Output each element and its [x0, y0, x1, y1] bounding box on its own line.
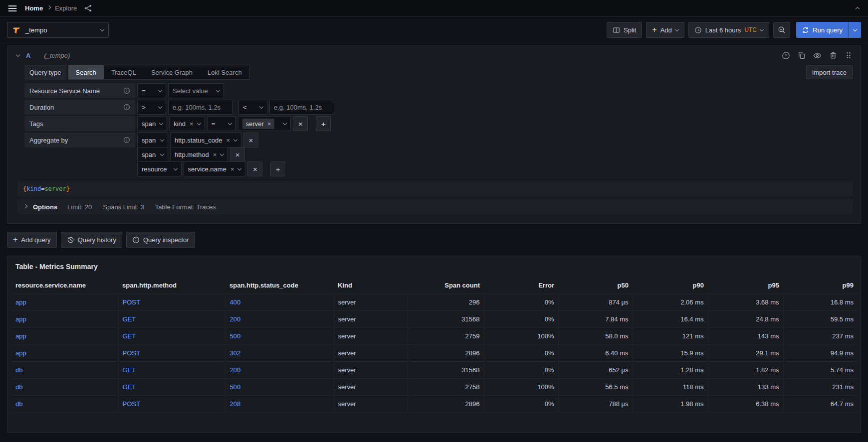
help-icon[interactable]: ? [781, 50, 791, 61]
chevron-down-icon [760, 27, 764, 31]
table-link-cell[interactable]: app [11, 310, 118, 327]
toggle-visibility-eye-icon[interactable] [812, 50, 823, 61]
tab-search[interactable]: Search [68, 65, 104, 79]
menu-toggle-icon[interactable] [6, 2, 19, 15]
column-header[interactable]: span.http.status_code [225, 278, 334, 294]
column-header[interactable]: p95 [708, 278, 783, 294]
remove-aggregate-button[interactable]: × [230, 147, 245, 162]
aggregate-scope-select[interactable]: span [137, 133, 168, 147]
table-cell: 296 [408, 294, 484, 310]
tab-traceql[interactable]: TraceQL [104, 65, 144, 79]
add-query-button[interactable]: + Add query [7, 232, 57, 248]
clear-icon[interactable]: × [190, 121, 194, 127]
tab-service-graph[interactable]: Service Graph [144, 65, 200, 79]
duplicate-query-icon[interactable] [797, 50, 807, 60]
table-link-cell[interactable]: 302 [225, 344, 334, 361]
remove-tag-filter-button[interactable]: × [293, 116, 308, 131]
table-cell: 29.1 ms [708, 344, 783, 361]
duration-max-operator-select[interactable]: < [238, 100, 267, 115]
tag-value-select[interactable]: server× [238, 116, 291, 131]
aggregate-attribute-select[interactable]: http.status_code× [170, 133, 241, 147]
aggregate-attribute-select[interactable]: http.method× [170, 147, 228, 162]
table-link-cell[interactable]: GET [118, 310, 225, 327]
column-header[interactable]: span.http.method [118, 278, 225, 294]
table-link-cell[interactable]: db [11, 378, 118, 395]
aggregate-scope-select[interactable]: span [137, 147, 168, 162]
query-history-button[interactable]: Query history [61, 232, 122, 248]
info-icon[interactable] [123, 87, 130, 94]
share-icon[interactable] [83, 3, 93, 13]
table-link-cell[interactable]: POST [118, 395, 225, 412]
add-aggregate-button[interactable]: + [270, 161, 285, 176]
table-link-cell[interactable]: 208 [225, 395, 334, 412]
column-header[interactable]: Kind [334, 278, 408, 294]
split-button[interactable]: Split [607, 22, 642, 38]
column-header[interactable]: p90 [633, 278, 708, 294]
duration-min-input[interactable] [168, 100, 233, 115]
add-tag-filter-button[interactable]: + [316, 116, 331, 131]
table-link-cell[interactable]: 500 [225, 378, 334, 395]
zoom-out-button[interactable] [773, 22, 790, 38]
column-header[interactable]: resource.service.name [11, 278, 118, 294]
tag-operator-select[interactable]: = [207, 116, 236, 131]
table-cell: 2896 [408, 344, 484, 361]
table-link-cell[interactable]: GET [118, 327, 225, 344]
aggregate-attribute-select[interactable]: service.name× [184, 161, 246, 176]
options-collapse-row[interactable]: Options Limit: 20 Spans Limit: 3 Table F… [17, 199, 853, 214]
table-link-cell[interactable]: POST [118, 344, 225, 361]
table-link-cell[interactable]: GET [118, 378, 225, 395]
collapse-query-icon[interactable] [16, 52, 20, 56]
remove-aggregate-button[interactable]: × [243, 133, 258, 147]
tab-loki-search[interactable]: Loki Search [200, 65, 249, 79]
clear-icon[interactable]: × [226, 137, 230, 144]
drag-handle-icon[interactable] [844, 50, 854, 60]
table-link-cell[interactable]: GET [118, 361, 225, 378]
table-link-cell[interactable]: POST [118, 294, 225, 310]
table-link-cell[interactable]: 400 [225, 294, 334, 310]
info-icon[interactable] [123, 104, 130, 111]
table-link-cell[interactable]: app [11, 327, 118, 344]
add-button[interactable]: + Add [646, 22, 684, 38]
collapse-up-icon[interactable] [853, 2, 862, 14]
breadcrumb-explore[interactable]: Explore [55, 4, 77, 12]
clear-icon[interactable]: × [230, 166, 234, 172]
table-link-cell[interactable]: db [11, 395, 118, 412]
query-ref-id[interactable]: A [26, 52, 30, 59]
tag-name-select[interactable]: kind× [169, 116, 205, 131]
time-range-picker[interactable]: Last 6 hours UTC [688, 22, 769, 38]
run-query-dropdown-toggle[interactable] [848, 22, 861, 38]
column-header[interactable]: p99 [783, 278, 858, 294]
remove-aggregate-button[interactable]: × [247, 161, 262, 176]
column-header[interactable]: p50 [558, 278, 633, 294]
table-link-cell[interactable]: app [11, 344, 118, 361]
import-trace-button[interactable]: Import trace [806, 65, 853, 79]
aggregate-row-1: span http.status_code× × [137, 133, 285, 147]
table-link-cell[interactable]: db [11, 361, 118, 378]
run-query-button[interactable]: Run query [796, 22, 848, 38]
aggregate-scope-select[interactable]: resource [137, 161, 182, 176]
zoom-out-icon [778, 26, 786, 34]
table-link-cell[interactable]: 200 [225, 310, 334, 327]
tag-scope-select[interactable]: span [137, 116, 167, 131]
column-header[interactable]: Error [484, 278, 558, 294]
duration-max-input[interactable] [269, 100, 334, 115]
remove-value-icon[interactable]: × [267, 121, 271, 127]
info-icon[interactable] [123, 137, 130, 144]
time-range-label: Last 6 hours [705, 26, 741, 34]
duration-min-operator-select[interactable]: > [137, 100, 166, 115]
clear-icon[interactable]: × [213, 151, 217, 158]
column-header[interactable]: Span count [408, 278, 484, 294]
breadcrumb-home[interactable]: Home [25, 4, 43, 12]
table-cell: 15.9 ms [633, 344, 708, 361]
secondary-actions: + Add query Query history Query inspecto… [7, 232, 861, 248]
delete-query-trash-icon[interactable] [828, 50, 838, 60]
query-inspector-button[interactable]: Query inspector [126, 232, 195, 248]
datasource-picker[interactable]: _tempo [7, 22, 109, 38]
query-editor-header: A (_tempo) ? [7, 46, 861, 65]
table-link-cell[interactable]: 500 [225, 327, 334, 344]
table-link-cell[interactable]: 200 [225, 361, 334, 378]
table-link-cell[interactable]: app [11, 294, 118, 310]
service-name-value-select[interactable]: Select value [168, 83, 224, 98]
service-name-operator-select[interactable]: = [137, 83, 166, 98]
query-type-radio-group: Search TraceQL Service Graph Loki Search [68, 65, 250, 80]
